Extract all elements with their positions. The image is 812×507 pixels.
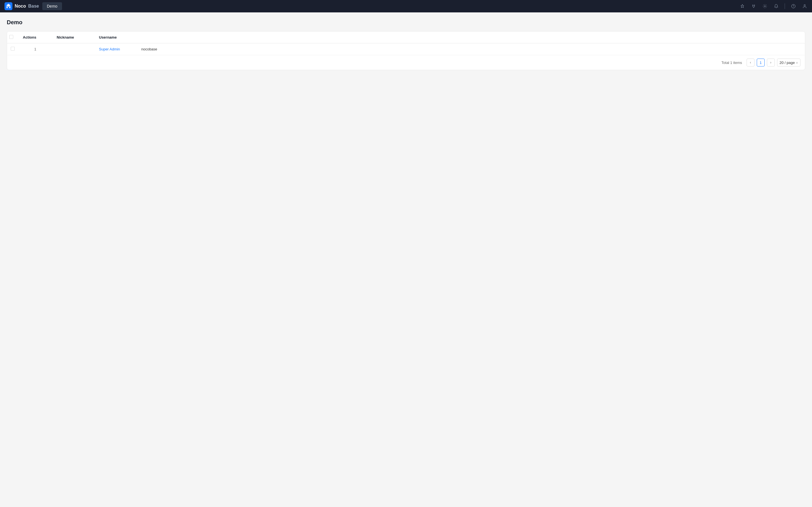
col-header-nickname: Nickname xyxy=(52,32,94,43)
table-body: 1Super Adminnocobase xyxy=(7,43,805,55)
main-content: Demo Actions Nickname Username 1Super Ad… xyxy=(0,12,812,77)
row-checkbox[interactable] xyxy=(11,47,15,51)
row-checkbox-cell xyxy=(7,43,18,55)
chevron-down-icon: ∨ xyxy=(796,61,798,64)
pagination-size-label: 20 / page xyxy=(779,61,795,65)
header-divider xyxy=(784,3,785,9)
table-header-row: Actions Nickname Username xyxy=(7,32,805,43)
pagination-current-page[interactable]: 1 xyxy=(757,59,765,66)
logo-text-noco: Noco xyxy=(15,4,26,9)
col-header-actions: Actions xyxy=(18,32,52,43)
svg-rect-1 xyxy=(8,7,9,8)
logo[interactable]: NocoBase xyxy=(4,2,39,10)
select-all-checkbox[interactable] xyxy=(9,35,13,39)
app-header: NocoBase Demo xyxy=(0,0,812,12)
table-row: 1Super Adminnocobase xyxy=(7,43,805,55)
row-nickname-cell: Super Admin xyxy=(94,43,137,55)
col-header-username: Username xyxy=(94,32,137,43)
plug-icon[interactable] xyxy=(751,3,756,9)
pagination-next-button[interactable]: › xyxy=(767,59,775,66)
checkbox-header-cell xyxy=(7,32,18,43)
row-username-cell: nocobase xyxy=(137,43,805,55)
nav-tab-demo[interactable]: Demo xyxy=(42,2,62,10)
data-table: Actions Nickname Username 1Super Adminno… xyxy=(7,32,805,55)
pagination: Total 1 items ‹ 1 › 20 / page ∨ xyxy=(7,55,805,70)
table-container: Actions Nickname Username 1Super Adminno… xyxy=(7,31,805,70)
row-index-cell: 1 xyxy=(18,43,52,55)
user-icon[interactable] xyxy=(802,3,808,9)
pagination-total: Total 1 items xyxy=(721,61,742,65)
pagination-prev-button[interactable]: ‹ xyxy=(747,59,755,66)
settings-icon[interactable] xyxy=(762,3,768,9)
header-right xyxy=(740,3,808,9)
header-left: NocoBase Demo xyxy=(4,2,62,10)
logo-icon xyxy=(4,2,12,10)
help-icon[interactable] xyxy=(791,3,796,9)
svg-point-3 xyxy=(792,4,795,8)
svg-point-2 xyxy=(764,6,765,7)
nickname-value[interactable]: Super Admin xyxy=(99,47,120,51)
bell-icon[interactable] xyxy=(773,3,779,9)
logo-text-base: Base xyxy=(28,4,39,9)
page-title: Demo xyxy=(7,19,805,25)
pagination-size-selector[interactable]: 20 / page ∨ xyxy=(777,59,801,66)
row-actions-cell xyxy=(52,43,94,55)
pin-icon[interactable] xyxy=(740,3,745,9)
